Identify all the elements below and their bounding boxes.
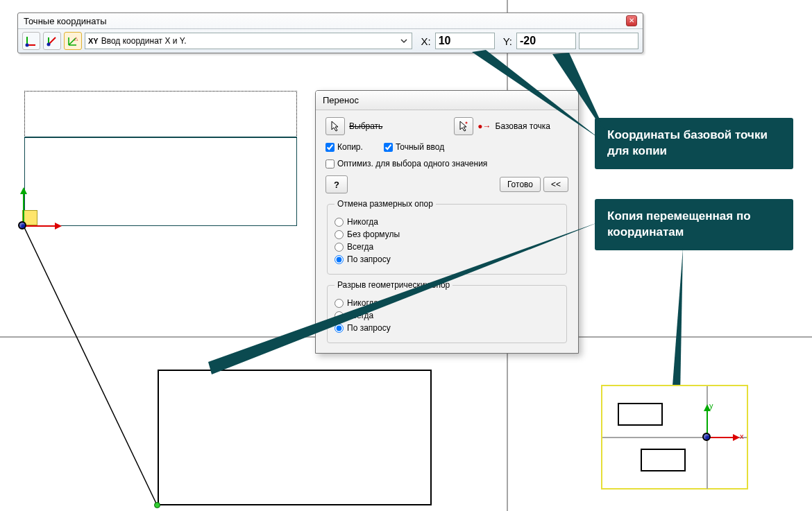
optimize-checkbox[interactable]: Оптимиз. для выбора одного значения	[325, 159, 487, 168]
cancel-dim-opt-2[interactable]: Всегда	[335, 242, 559, 252]
move-vector-endpoint	[154, 502, 160, 508]
preview-x-axis	[707, 437, 734, 438]
coordinates-toolbar: Точные координаты ✕ △ XYВвод координат X…	[17, 12, 643, 53]
chevron-down-icon	[399, 36, 409, 46]
xy-prefix: XY	[88, 37, 99, 45]
cancel-dim-opt-1[interactable]: Без формулы	[335, 229, 559, 239]
coord-mode-abs-icon[interactable]	[22, 32, 40, 50]
y-axis-arrowhead	[20, 187, 27, 194]
transfer-dialog: Перенос Выбрать ●→ Базовая точка Копир. …	[315, 90, 579, 354]
move-vector-line	[22, 223, 160, 511]
preview-y-axis-label: y	[709, 401, 713, 410]
copy-preview-box: x y	[601, 385, 748, 490]
preview-origin-dot	[702, 433, 711, 441]
svg-point-1	[26, 44, 29, 47]
break-geom-fieldset: Разрыв геометрических опор Никогда Всегд…	[327, 280, 567, 343]
dialog-titlebar[interactable]: Перенос	[316, 91, 578, 110]
moved-copy-shape	[158, 370, 432, 505]
preview-x-axis-label: x	[740, 432, 744, 440]
x-axis	[23, 225, 56, 227]
cancel-dim-fieldset: Отмена размерных опор Никогда Без формул…	[327, 199, 567, 275]
svg-point-2	[47, 43, 51, 46]
svg-marker-8	[672, 248, 683, 395]
coord-entry-dropdown[interactable]: XYВвод координат X и Y.	[85, 33, 412, 49]
origin-dot	[18, 221, 26, 229]
preview-rect-1	[618, 403, 663, 426]
svg-line-0	[23, 225, 158, 506]
coord-mode-rel-icon[interactable]	[43, 32, 61, 50]
cancel-dim-legend: Отмена размерных опор	[335, 199, 436, 209]
coord-mode-polar-icon[interactable]: △	[64, 32, 82, 50]
precise-input-checkbox[interactable]: Точный ввод	[384, 142, 444, 152]
y-label: Y:	[503, 35, 512, 47]
cancel-dim-opt-0[interactable]: Никогда	[335, 217, 559, 227]
dropdown-label: Ввод координат X и Y.	[101, 36, 187, 46]
result-field[interactable]	[579, 33, 638, 49]
svg-text:△: △	[74, 36, 78, 41]
svg-point-4	[466, 122, 468, 124]
x-axis-arrowhead	[55, 223, 62, 229]
select-button-label: Выбрать	[349, 121, 382, 131]
original-shape	[24, 137, 297, 226]
cancel-dim-opt-3[interactable]: По запросу	[335, 254, 559, 264]
callout-moved-copy: Копия перемещенная по координатам	[595, 199, 793, 250]
y-coordinate-input[interactable]	[516, 33, 576, 49]
help-button[interactable]: ?	[325, 175, 348, 193]
dialog-title-text: Перенос	[323, 95, 359, 105]
preview-x-axis-arrowhead	[733, 434, 740, 441]
toolbar-title-text: Точные координаты	[24, 16, 107, 26]
base-point-icon: ●→	[477, 121, 491, 131]
done-button[interactable]: Готово	[500, 177, 541, 192]
base-point-label: Базовая точка	[496, 121, 550, 131]
x-label: X:	[421, 35, 430, 47]
toolbar-titlebar[interactable]: Точные координаты ✕	[18, 13, 643, 29]
break-geom-opt-1[interactable]: Всегда	[335, 311, 559, 320]
break-geom-opt-2[interactable]: По запросу	[335, 323, 559, 333]
x-coordinate-input[interactable]	[435, 33, 495, 49]
select-cursor-button[interactable]	[325, 117, 345, 135]
base-point-cursor-button[interactable]	[454, 117, 473, 135]
close-icon[interactable]: ✕	[626, 15, 637, 26]
callout-base-point: Координаты базовой точки для копии	[595, 118, 793, 169]
preview-rect-2	[641, 449, 686, 471]
copy-checkbox[interactable]: Копир.	[325, 142, 363, 152]
break-geom-opt-0[interactable]: Никогда	[335, 298, 559, 308]
break-geom-legend: Разрыв геометрических опор	[335, 280, 452, 290]
back-button[interactable]: <<	[543, 177, 568, 192]
